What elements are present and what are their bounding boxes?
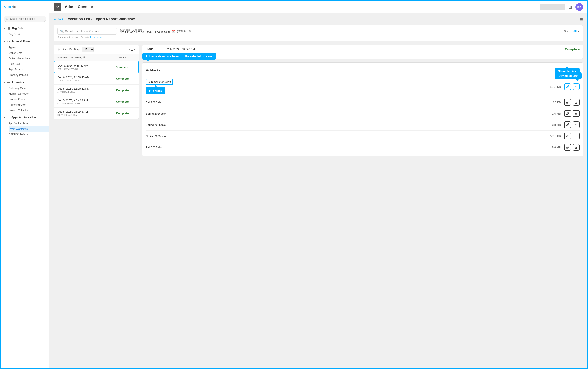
search-icon: 🔍 bbox=[60, 30, 63, 33]
artifact-row: Cruise 2025.xlsx 278.0 KB bbox=[146, 131, 579, 142]
calendar-icon[interactable]: 📅 bbox=[172, 30, 175, 33]
sort-icon[interactable]: ⇅ bbox=[83, 56, 85, 59]
exec-datetime: Dec 5, 2024, 12:00:42 PM bbox=[57, 87, 110, 90]
artifact-link-button[interactable] bbox=[564, 110, 571, 117]
artifact-size: 2.6 MB bbox=[544, 112, 561, 115]
search-events-input[interactable] bbox=[65, 30, 114, 33]
artifact-link-button[interactable] bbox=[564, 99, 571, 106]
artifact-row: Fall 2026.xlsx 8.0 KB bbox=[146, 97, 579, 108]
two-column-layout: ↻ Items Per Page: 25 50 100 ‹ bbox=[54, 45, 583, 156]
exec-id: TFKWuZmTq7atAh2R bbox=[57, 79, 110, 82]
page-number: 1 bbox=[131, 48, 133, 51]
types-rules-icon: ✂ bbox=[7, 40, 10, 43]
sidebar-item-season-collection[interactable]: Season Collection bbox=[9, 108, 49, 113]
artifact-row: Spring 2025.xlsx 3.8 MB bbox=[146, 119, 579, 131]
col-status: Status bbox=[110, 56, 135, 59]
timezone: (GMT-05:00) bbox=[177, 30, 191, 33]
arrow-icon: ▼ bbox=[4, 116, 6, 119]
artifact-download-button[interactable] bbox=[573, 144, 579, 151]
apps-integration-label: Apps & Integration bbox=[11, 116, 36, 119]
artifact-download-button[interactable] bbox=[573, 83, 579, 90]
exec-datetime: Dec 5, 2024, 8:59:48 AM bbox=[57, 110, 110, 113]
nav-section-libraries: ▼ ▬ Libraries Colorway Master Merch Fabr… bbox=[1, 79, 49, 113]
execution-list-panel: ↻ Items Per Page: 25 50 100 ‹ bbox=[54, 45, 139, 156]
topbar-title: Admin Console bbox=[65, 5, 536, 9]
status-badge: Complete bbox=[116, 100, 129, 103]
tooltip-arrow-up bbox=[154, 85, 157, 87]
artifact-name: Summer 2025.xlsx bbox=[148, 80, 171, 83]
exec-datetime: Dec 6, 2024, 12:00:43 AM bbox=[57, 76, 110, 79]
sidebar-item-types-rules[interactable]: ▼ ✂ Types & Rules bbox=[1, 38, 49, 45]
row-info: Dec 5, 2024, 9:17:29 AM 5EJ22oKMdwvCrvW3 bbox=[57, 99, 110, 105]
row-info: Dec 5, 2024, 8:59:48 AM 09kVLD9lNeBJQojD bbox=[57, 110, 110, 116]
artifact-size: 278.0 KB bbox=[544, 134, 561, 138]
list-controls: ↻ Items Per Page: 25 50 100 ‹ bbox=[54, 45, 139, 54]
table-row[interactable]: Dec 6, 2024, 9:38:42 AM NxFlS99AJBayl7Np… bbox=[54, 61, 139, 73]
execution-list: ↻ Items Per Page: 25 50 100 ‹ bbox=[54, 45, 139, 119]
exec-status: Complete bbox=[110, 100, 135, 103]
next-page-button[interactable]: › bbox=[134, 48, 135, 51]
sidebar-item-org-details[interactable]: Org Details bbox=[9, 31, 49, 37]
artifact-link-button[interactable] bbox=[564, 133, 571, 139]
detail-panel: Start: Dec 6, 2024, 9:38:42 AM Duration:… bbox=[142, 45, 583, 156]
types-rules-label: Types & Rules bbox=[12, 40, 30, 43]
artifact-actions bbox=[564, 99, 579, 106]
refresh-icon[interactable]: ↻ bbox=[57, 48, 60, 51]
artifact-link-button[interactable] bbox=[564, 144, 571, 151]
tooltip-arrow-down bbox=[576, 80, 579, 81]
exec-status: Complete bbox=[110, 77, 135, 80]
nav-section-types-rules: ▼ ✂ Types & Rules Types Option Sets Opti… bbox=[1, 38, 49, 78]
table-row[interactable]: Dec 5, 2024, 9:17:29 AM 5EJ22oKMdwvCrvW3… bbox=[54, 96, 139, 108]
artifact-download-button[interactable] bbox=[573, 99, 579, 106]
sidebar-item-apps-integration[interactable]: ▼ ⠿ Apps & Integration bbox=[1, 114, 49, 121]
search-input[interactable] bbox=[4, 16, 46, 22]
artifacts-note-tooltip: Artifacts shown are based on the selecte… bbox=[142, 52, 216, 60]
status-dropdown[interactable]: All ▼ bbox=[573, 30, 579, 33]
detail-status-badge: Complete bbox=[565, 47, 579, 51]
libraries-label: Libraries bbox=[12, 81, 24, 84]
status-label: Status: bbox=[564, 30, 572, 33]
sidebar-item-option-sets[interactable]: Option Sets bbox=[9, 50, 49, 56]
topbar: ⚙ Admin Console ⊞ KK bbox=[50, 1, 587, 13]
artifact-link-button[interactable] bbox=[564, 83, 571, 90]
items-per-page-select[interactable]: 25 50 100 bbox=[82, 47, 94, 52]
status-badge: Complete bbox=[116, 112, 129, 115]
sidebar-item-colorway-master[interactable]: Colorway Master bbox=[9, 85, 49, 91]
arrow-icon: ▼ bbox=[4, 40, 6, 42]
artifact-actions bbox=[564, 133, 579, 139]
sidebar-item-api-sdk-reference[interactable]: API/SDK Reference bbox=[9, 132, 49, 137]
sidebar-item-libraries[interactable]: ▼ ▬ Libraries bbox=[1, 79, 49, 85]
artifact-download-button[interactable] bbox=[573, 110, 579, 117]
table-row[interactable]: Dec 5, 2024, 8:59:48 AM 09kVLD9lNeBJQojD… bbox=[54, 108, 139, 119]
row-info: Dec 5, 2024, 12:00:42 PM cii2M1RkehYSYiz… bbox=[57, 87, 110, 93]
sidebar-item-app-marketplace[interactable]: App Marketplace bbox=[9, 121, 49, 126]
sidebar-item-event-workflows[interactable]: Event Workflows bbox=[9, 126, 49, 132]
sidebar-item-reporting-color[interactable]: Reporting Color bbox=[9, 102, 49, 108]
table-row[interactable]: Dec 6, 2024, 12:00:43 AM TFKWuZmTq7atAh2… bbox=[54, 73, 139, 85]
artifact-link-button[interactable] bbox=[564, 121, 571, 128]
sidebar-item-option-hierarchies[interactable]: Option Hierarchies bbox=[9, 56, 49, 61]
tooltip-arrow-down bbox=[147, 60, 149, 62]
sidebar-item-type-policies[interactable]: Type Policies bbox=[9, 67, 49, 72]
col-start-time: Start time (GMT-05:00) ⇅ bbox=[57, 56, 110, 59]
back-button[interactable]: Back bbox=[54, 18, 63, 21]
tooltip-arrow-up bbox=[566, 66, 568, 68]
learn-more-link[interactable]: Learn more. bbox=[90, 36, 103, 39]
layout-icon[interactable]: ⊞ bbox=[580, 17, 583, 21]
table-row[interactable]: Dec 5, 2024, 12:00:42 PM cii2M1RkehYSYiz… bbox=[54, 85, 139, 96]
artifact-download-button[interactable] bbox=[573, 133, 579, 139]
nav-section-apps-integration: ▼ ⠿ Apps & Integration App Marketplace E… bbox=[1, 114, 49, 137]
sidebar-item-org-setup[interactable]: ▼ ▦ Org Setup bbox=[1, 25, 49, 31]
prev-page-button[interactable]: ‹ bbox=[129, 48, 130, 51]
nav-section-org-setup: ▼ ▦ Org Setup Org Details bbox=[1, 25, 49, 37]
sidebar-item-rule-sets[interactable]: Rule Sets bbox=[9, 61, 49, 67]
sidebar-item-property-policies[interactable]: Property Policies bbox=[9, 72, 49, 78]
sidebar-item-product-concept[interactable]: Product Concept bbox=[9, 96, 49, 102]
sidebar-item-merch-fabrication[interactable]: Merch Fabrication bbox=[9, 91, 49, 96]
gear-icon: ⚙ bbox=[54, 3, 61, 11]
grid-icon[interactable]: ⊞ bbox=[568, 4, 572, 10]
org-setup-icon: ▦ bbox=[7, 26, 10, 30]
artifact-download-button[interactable] bbox=[573, 121, 579, 128]
sidebar-item-types[interactable]: Types bbox=[9, 45, 49, 50]
filename-tooltip: File Name bbox=[146, 87, 166, 94]
